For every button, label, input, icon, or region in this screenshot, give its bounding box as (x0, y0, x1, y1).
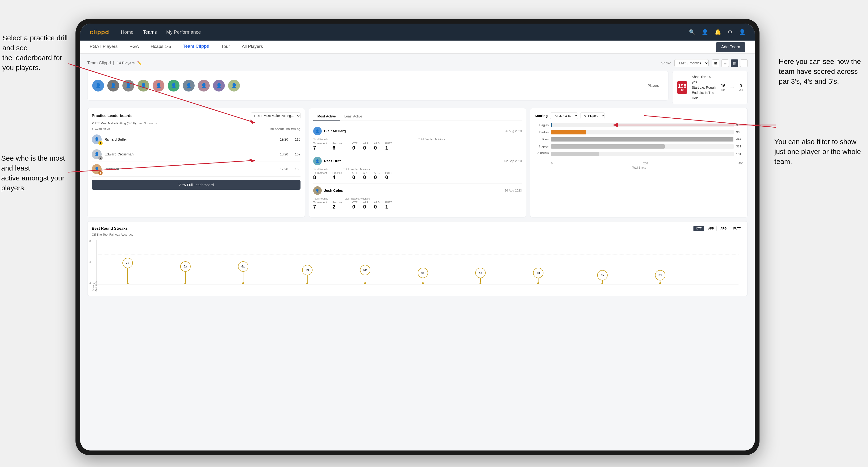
nav-link-home[interactable]: Home (121, 30, 133, 35)
player-rounds-1: Tournament 7 Practice 6 OTT 0 (313, 142, 522, 151)
eagles-label: Eagles (534, 123, 549, 127)
birdies-track (551, 130, 734, 134)
player-filter[interactable]: All Players (580, 113, 605, 119)
eagles-track (551, 123, 734, 127)
par-filter[interactable]: Par 3, 4 & 5s (550, 113, 578, 119)
period-select[interactable]: Last 3 months (674, 59, 709, 67)
streak-pin-5: 5x (360, 265, 370, 275)
player-avatar[interactable]: 👤 (92, 80, 104, 92)
list-view-btn[interactable]: ☰ (721, 59, 729, 67)
lb-name-1: Richard Butler (104, 137, 274, 141)
lb-name-2: Edward Crossman (104, 152, 274, 156)
streak-line-4 (307, 275, 308, 282)
grid-view-btn[interactable]: ⊞ (712, 59, 719, 67)
pars-fill (551, 137, 733, 142)
lb-avg-3: 103 (291, 167, 301, 171)
streak-line-5 (365, 275, 365, 282)
streak-line-9 (602, 280, 602, 282)
lb-name-3: Cameron... (104, 167, 274, 171)
streak-pin-1: 7x (122, 258, 133, 268)
streak-pin-4: 5x (302, 265, 312, 275)
lb-row: 👤 3 Cameron... 17/20 103 (92, 162, 301, 177)
birdies-label: Birdies (534, 130, 549, 134)
dbogeys-label: D. Bogeys + (534, 151, 549, 157)
pars-track (551, 137, 734, 142)
bar-row-bogeys: Bogeys 311 (534, 144, 743, 149)
streak-dot-7 (479, 282, 482, 284)
card-view-btn[interactable]: ▦ (731, 59, 738, 67)
subnav-all-players[interactable]: All Players (242, 44, 263, 50)
ott-filter-btn[interactable]: OTT (693, 226, 704, 231)
subnav-pga[interactable]: PGA (129, 44, 139, 50)
three-col-grid: Practice Leaderboards PUTT Must Make Put… (87, 108, 748, 217)
player-avatar[interactable]: 👤 (198, 80, 210, 92)
player-avatar[interactable]: 👤 (168, 80, 180, 92)
settings-icon[interactable]: ⚙ (728, 29, 733, 35)
lb-subtitle: PUTT Must Make Putting (3-6 ft), Last 3 … (92, 121, 301, 125)
nav-icons: 🔍 👤 🔔 ⚙ 👤 (689, 29, 745, 35)
player-name-1: Blair McHarg (324, 129, 502, 133)
player-avatar[interactable]: 👤 (153, 80, 164, 92)
streak-dot-1 (127, 282, 129, 284)
player-rounds-3: Total Rounds Total Practice Activities (313, 197, 522, 200)
shot-details: Shot Dist: 16 yds Start Lie: Rough End L… (692, 74, 716, 101)
streak-dot-6 (422, 282, 424, 284)
player-avatar[interactable]: 👤 (137, 80, 149, 92)
add-team-button[interactable]: Add Team (716, 42, 745, 52)
chart-x-title: Total Shots (534, 166, 743, 169)
tablet-frame: clippd Home Teams My Performance 🔍 👤 🔔 ⚙… (75, 19, 760, 455)
player-avatar[interactable]: 👤 (228, 80, 240, 92)
tab-most-active[interactable]: Most Active (313, 113, 340, 121)
player-avatar[interactable]: 👤 (122, 80, 134, 92)
streak-pin-7: 4x (475, 268, 486, 278)
annotation-left-bottom: See who is the most and leastactive amon… (1, 153, 67, 193)
streaks-title: Best Round Streaks (92, 226, 128, 231)
subnav-tour[interactable]: Tour (221, 44, 230, 50)
search-icon[interactable]: 🔍 (689, 29, 695, 35)
app-filter-btn[interactable]: APP (706, 226, 717, 231)
player-avatar[interactable]: 👤 (183, 80, 195, 92)
subnav-team-clippd[interactable]: Team Clippd (183, 44, 210, 50)
subnav-pgat[interactable]: PGAT Players (90, 44, 118, 50)
lb-score-1: 19/20 (276, 137, 288, 141)
bar-row-pars: Pars 499 (534, 137, 743, 142)
player-avatar-3: 👤 (313, 186, 322, 195)
sort-btn[interactable]: ↕ (740, 59, 748, 67)
y-axis-label: Fairway Accuracy (92, 273, 97, 291)
view-full-leaderboard-button[interactable]: View Full Leaderboard (92, 180, 301, 190)
arg-filter-btn[interactable]: ARG (718, 226, 729, 231)
nav-link-performance[interactable]: My Performance (166, 30, 201, 35)
bell-icon[interactable]: 🔔 (715, 29, 721, 35)
bogeys-value: 311 (736, 145, 743, 148)
scoring-header: Scoring Par 3, 4 & 5s All Players (534, 113, 743, 119)
streak-dot-8 (537, 282, 539, 284)
bar-row-eagles: Eagles 3 (534, 123, 743, 127)
subnav-hcaps[interactable]: Hcaps 1-5 (151, 44, 171, 50)
avatar-icon[interactable]: 👤 (739, 29, 745, 35)
annotation-right-bottom: You can also filter to showjust one play… (774, 137, 861, 166)
player-avatar[interactable]: 👤 (213, 80, 225, 92)
streaks-header: Best Round Streaks OTT APP ARG PUTT (92, 226, 743, 231)
person-icon[interactable]: 👤 (702, 29, 708, 35)
birdies-value: 96 (736, 130, 743, 134)
lb-avatar-1: 👤 1 (92, 134, 102, 144)
player-header-2: 👤 Rees Britt 02 Sep 2023 (313, 157, 522, 165)
player-avatar[interactable]: 👤 (107, 80, 119, 92)
drill-select[interactable]: PUTT Must Make Putting... (251, 113, 301, 119)
putt-filter-btn[interactable]: PUTT (731, 226, 743, 231)
player-name-2: Rees Britt (324, 159, 502, 163)
streak-line-10 (660, 280, 660, 282)
nav-logo: clippd (90, 29, 109, 36)
nav-link-teams[interactable]: Teams (143, 30, 157, 35)
sub-nav: PGAT Players PGA Hcaps 1-5 Team Clippd T… (80, 40, 755, 54)
practice-leaderboards-card: Practice Leaderboards PUTT Must Make Put… (87, 108, 305, 217)
main-content: Team Clippd | 14 Players ✏️ Show: Last 3… (80, 54, 755, 450)
eagles-fill (551, 123, 552, 127)
tab-least-active[interactable]: Least Active (340, 113, 367, 121)
streak-line-1 (127, 268, 128, 282)
bogeys-track (551, 144, 734, 149)
player-avatar-2: 👤 (313, 157, 322, 165)
lb-row: 👤 1 Richard Butler 19/20 110 (92, 132, 301, 147)
birdies-fill (551, 130, 586, 134)
players-row: 👤 👤 👤 👤 👤 👤 👤 👤 👤 👤 Players (87, 71, 669, 100)
